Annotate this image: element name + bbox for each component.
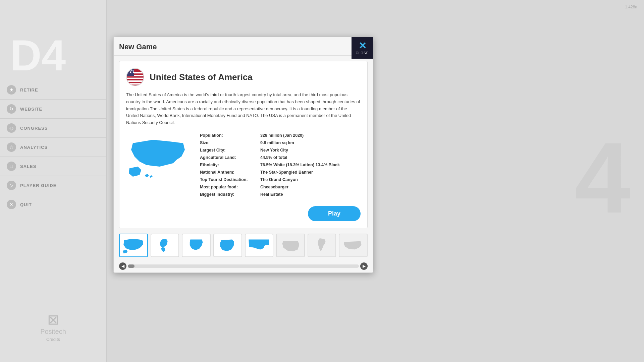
sidebar-item-congress-label: CONGRESS	[20, 126, 48, 131]
website-icon: ↻	[7, 104, 16, 114]
stat-agri-value: 44.5% of total	[260, 155, 287, 160]
positech-name: Positech	[40, 328, 66, 336]
stat-food-value: Cheeseburger	[260, 185, 288, 189]
sidebar-item-website[interactable]: ↻ WEBSITE	[0, 100, 106, 119]
country-stats: Population: 328 million (Jan 2020) Size:…	[200, 133, 361, 199]
sidebar-item-retire[interactable]: ★ RETIRE	[0, 80, 106, 100]
country-thumb-usa[interactable]	[119, 234, 148, 257]
scroll-thumb	[128, 264, 135, 268]
sidebar-item-quit-label: QUIT	[20, 202, 32, 207]
sidebar-item-sales-label: SALES	[20, 164, 36, 169]
svg-rect-4	[127, 80, 144, 82]
scroll-left-button[interactable]: ◀	[119, 262, 126, 270]
australia-thumb-map	[279, 236, 302, 254]
scroll-container: ◀ ▶	[119, 262, 368, 270]
uk-thumb-map	[153, 236, 176, 254]
stat-agri: Agricultural Land: 44.5% of total	[200, 155, 361, 160]
sidebar-nav: ★ RETIRE ↻ WEBSITE ◎ CONGRESS ☆ ANALYTIC…	[0, 80, 106, 214]
sidebar-item-player-guide-label: PLAYER GUIDE	[20, 183, 56, 188]
country-description: The United States of America is the worl…	[126, 92, 361, 126]
sales-icon: □	[7, 162, 16, 171]
country-thumb-australia[interactable]	[276, 234, 305, 257]
retire-icon: ★	[7, 85, 16, 95]
stat-size-label: Size:	[200, 140, 260, 145]
country-thumb-canada[interactable]	[245, 234, 274, 257]
stat-anthem-label: National Anthem:	[200, 170, 260, 175]
stat-ethnicity-label: Ethnicity:	[200, 163, 260, 167]
play-button-container: Play	[126, 206, 361, 221]
scroll-right-button[interactable]: ▶	[360, 262, 368, 270]
sidebar-item-player-guide[interactable]: ▷ PLAYER GUIDE	[0, 176, 106, 195]
sidebar-item-analytics-label: ANALYTICS	[20, 145, 48, 150]
stat-size-value: 9.8 million sq km	[260, 140, 294, 145]
dialog-title: New Game	[119, 43, 157, 51]
bottom-logo-area: ⊠ Positech Credits	[40, 311, 66, 342]
stat-tourist-value: The Grand Canyon	[260, 177, 298, 182]
stat-population: Population: 328 million (Jan 2020)	[200, 133, 361, 138]
close-label: CLOSE	[356, 51, 369, 55]
stat-population-label: Population:	[200, 133, 260, 138]
sidebar-item-congress[interactable]: ◎ CONGRESS	[0, 119, 106, 138]
sidebar-item-analytics[interactable]: ☆ ANALYTICS	[0, 138, 106, 157]
usa-flag-svg: ★★★ ★★★★	[127, 69, 144, 86]
country-thumb-germany[interactable]	[182, 234, 211, 257]
scroll-track[interactable]	[128, 264, 359, 268]
sidebar-logo: D4	[10, 34, 66, 77]
stat-tourist: Top Tourist Destination: The Grand Canyo…	[200, 177, 361, 182]
country-header: ★★★ ★★★★ United States of America	[126, 68, 361, 86]
usa-map-svg	[126, 133, 193, 187]
stat-anthem: National Anthem: The Star-Spangled Banne…	[200, 170, 361, 175]
stat-food: Most popular food: Cheeseburger	[200, 185, 361, 189]
country-flag: ★★★ ★★★★	[126, 68, 144, 86]
positech-logo-icon: ⊠	[40, 311, 66, 328]
country-selector	[119, 234, 368, 257]
new-game-dialog: New Game ✕ CLOSE	[113, 37, 373, 273]
quit-icon: ✕	[7, 200, 16, 209]
sidebar-item-website-label: WEBSITE	[20, 107, 42, 112]
germany-thumb-map	[184, 236, 208, 254]
stat-size: Size: 9.8 million sq km	[200, 140, 361, 145]
usa-thumb-map	[122, 236, 145, 254]
sidebar-item-retire-label: RETIRE	[20, 87, 38, 93]
stat-population-value: 328 million (Jan 2020)	[260, 133, 304, 138]
stat-food-label: Most popular food:	[200, 185, 260, 189]
stat-city: Largest City: New York City	[200, 148, 361, 153]
sidebar-item-sales[interactable]: □ SALES	[0, 157, 106, 176]
country-thumb-uk[interactable]	[151, 234, 179, 257]
country-name: United States of America	[150, 72, 253, 82]
country-thumb-italy[interactable]	[308, 234, 336, 257]
player-guide-icon: ▷	[7, 181, 16, 190]
stat-city-value: New York City	[260, 148, 288, 153]
stat-agri-label: Agricultural Land:	[200, 155, 260, 160]
svg-rect-3	[127, 78, 144, 79]
france-thumb-map	[216, 236, 239, 254]
version-label: 1.428a	[625, 5, 637, 9]
stat-industry-value: Real Estate	[260, 192, 283, 197]
sidebar-item-quit[interactable]: ✕ QUIT	[0, 195, 106, 214]
stat-tourist-label: Top Tourist Destination:	[200, 177, 260, 182]
close-button[interactable]: ✕ CLOSE	[352, 37, 373, 59]
svg-text:★★★★: ★★★★	[127, 70, 134, 72]
country-thumb-france[interactable]	[213, 234, 242, 257]
d4-watermark-right: 4	[575, 127, 631, 228]
country-thumb-spain[interactable]	[339, 234, 368, 257]
canada-thumb-map	[247, 236, 271, 254]
credits-link[interactable]: Credits	[40, 337, 66, 342]
close-x-icon: ✕	[359, 41, 366, 51]
analytics-icon: ☆	[7, 142, 16, 152]
country-card: ★★★ ★★★★ United States of America The Un…	[119, 61, 368, 228]
italy-thumb-map	[310, 236, 334, 254]
svg-rect-5	[127, 83, 144, 84]
stat-city-label: Largest City:	[200, 148, 260, 153]
country-map	[126, 133, 193, 199]
stat-ethnicity: Ethnicity: 76.5% White (18.3% Latino) 13…	[200, 163, 361, 167]
stat-industry: Biggest Industry: Real Estate	[200, 192, 361, 197]
dialog-header: New Game ✕ CLOSE	[114, 37, 373, 56]
stat-ethnicity-value: 76.5% White (18.3% Latino) 13.4% Black	[260, 163, 340, 167]
sidebar: D4 ★ RETIRE ↻ WEBSITE ◎ CONGRESS ☆ ANALY…	[0, 0, 107, 362]
spain-thumb-map	[341, 236, 365, 254]
congress-icon: ◎	[7, 123, 16, 133]
stat-industry-label: Biggest Industry:	[200, 192, 260, 197]
play-button[interactable]: Play	[308, 206, 361, 221]
country-details: Population: 328 million (Jan 2020) Size:…	[126, 133, 361, 199]
